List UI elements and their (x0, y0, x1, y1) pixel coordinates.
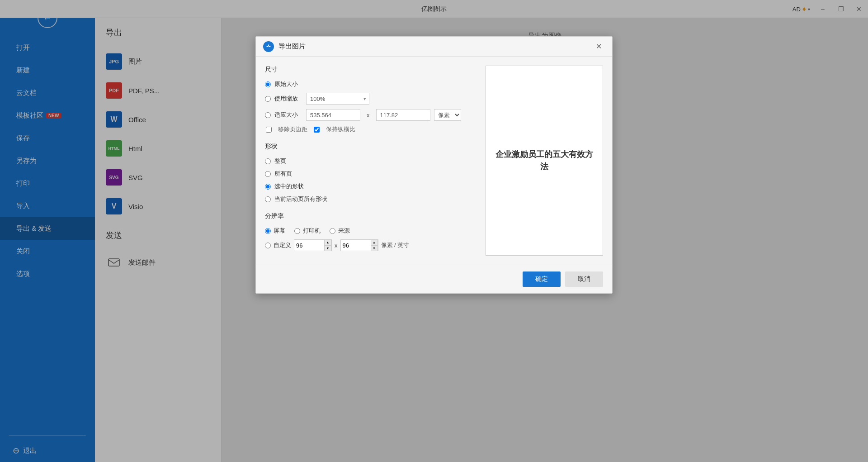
fit-size-row: 适应大小 x 像素 英寸 厘米 (265, 109, 476, 121)
shape-selected-row: 选中的形状 (265, 182, 476, 191)
unit-select[interactable]: 像素 英寸 厘米 (434, 109, 461, 121)
source-radio[interactable] (330, 228, 335, 234)
current-page-label: 当前活动页所有形状 (274, 195, 327, 203)
pixels-per-inch-label: 像素 / 英寸 (381, 241, 410, 249)
use-scale-radio[interactable] (265, 96, 271, 102)
custom-width-spinners: ▲ ▼ (324, 239, 331, 251)
screen-radio[interactable] (265, 228, 271, 234)
custom-width-down[interactable]: ▼ (324, 245, 331, 251)
scale-value: 100% (310, 95, 325, 102)
export-dialog: 导出图片 ✕ 尺寸 原始大小 使用缩放 100% (255, 36, 613, 294)
custom-width-input[interactable] (294, 242, 324, 249)
preview-content: 企业激励员工的五大有效方法 (486, 139, 603, 182)
original-size-radio[interactable] (265, 81, 271, 87)
source-resolution-row: 来源 (330, 227, 350, 235)
dim-x-label: x (367, 112, 370, 119)
custom-resolution-row: 自定义 ▲ ▼ x ▲ ▼ (265, 239, 476, 251)
custom-radio[interactable] (265, 243, 271, 248)
dialog-close-button[interactable]: ✕ (592, 40, 605, 53)
checkbox-row: 移除页边距 保持纵横比 (265, 125, 476, 133)
dialog-title: 导出图片 (278, 42, 588, 51)
custom-label: 自定义 (274, 241, 291, 249)
shape-all-pages-row: 所有页 (265, 170, 476, 178)
remove-margin-checkbox[interactable] (266, 127, 272, 133)
dialog-header: 导出图片 ✕ (256, 37, 612, 57)
fit-size-label: 适应大小 (274, 111, 298, 119)
original-size-label: 原始大小 (274, 80, 298, 88)
custom-height-down[interactable]: ▼ (371, 245, 378, 251)
custom-height-input-wrapper: ▲ ▼ (340, 239, 378, 251)
remove-margin-label: 移除页边距 (278, 125, 307, 133)
size-section: 尺寸 原始大小 使用缩放 100% 适应大小 x (265, 66, 476, 133)
dialog-footer: 确定 取消 (256, 265, 612, 293)
dialog-right-panel: 企业激励员工的五大有效方法 (486, 66, 603, 256)
dialog-body: 尺寸 原始大小 使用缩放 100% 适应大小 x (256, 57, 612, 265)
keep-ratio-label: 保持纵横比 (326, 125, 355, 133)
dialog-left-panel: 尺寸 原始大小 使用缩放 100% 适应大小 x (265, 66, 486, 256)
preview-text: 企业激励员工的五大有效方法 (495, 150, 593, 171)
custom-height-spinners: ▲ ▼ (371, 239, 378, 251)
shape-label: 形状 (265, 143, 476, 151)
preview-box: 企业激励员工的五大有效方法 (486, 66, 603, 256)
screen-label: 屏幕 (274, 227, 285, 235)
use-scale-row: 使用缩放 100% (265, 93, 476, 105)
confirm-button[interactable]: 确定 (523, 271, 561, 287)
custom-width-input-wrapper: ▲ ▼ (294, 239, 332, 251)
full-page-label: 整页 (274, 157, 286, 165)
custom-x-label: x (335, 242, 338, 249)
use-scale-label: 使用缩放 (274, 95, 298, 103)
custom-height-up[interactable]: ▲ (371, 239, 378, 245)
size-label: 尺寸 (265, 66, 476, 74)
source-label: 来源 (338, 227, 350, 235)
full-page-radio[interactable] (265, 158, 271, 164)
resolution-section: 分辨率 屏幕 打印机 来源 (265, 212, 476, 251)
cancel-button[interactable]: 取消 (565, 271, 603, 287)
selected-radio[interactable] (265, 184, 271, 190)
dim-width-input[interactable] (306, 109, 360, 121)
scale-select[interactable]: 100% (306, 93, 369, 105)
printer-resolution-row: 打印机 (294, 227, 321, 235)
selected-label: 选中的形状 (274, 182, 304, 191)
shape-section: 形状 整页 所有页 选中的形状 当前活动页所有形状 (265, 143, 476, 203)
printer-radio[interactable] (294, 228, 300, 234)
screen-resolution-row: 屏幕 (265, 227, 285, 235)
all-pages-label: 所有页 (274, 170, 292, 178)
resolution-radios: 屏幕 打印机 来源 (265, 227, 476, 235)
custom-width-up[interactable]: ▲ (324, 239, 331, 245)
custom-height-input[interactable] (341, 242, 371, 249)
shape-full-page-row: 整页 (265, 157, 476, 165)
shape-current-page-row: 当前活动页所有形状 (265, 195, 476, 203)
all-pages-radio[interactable] (265, 171, 271, 177)
keep-ratio-checkbox[interactable] (314, 127, 320, 133)
fit-size-radio[interactable] (265, 112, 271, 118)
printer-label: 打印机 (303, 227, 321, 235)
original-size-row: 原始大小 (265, 80, 476, 88)
current-page-radio[interactable] (265, 196, 271, 202)
dim-height-input[interactable] (376, 109, 430, 121)
resolution-label: 分辨率 (265, 212, 476, 220)
dialog-logo-icon (263, 41, 274, 52)
